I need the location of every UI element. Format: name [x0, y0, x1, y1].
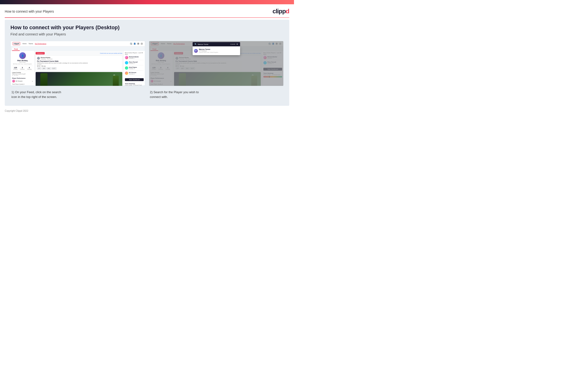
mini-dropdown-avatar: MT [194, 49, 198, 53]
mini-profile-role: Golf Coach [12, 61, 33, 63]
mini-duration-value: 02 hr : 00 min [37, 65, 121, 67]
caption-2: 2) Search for the Player you wish to con… [149, 86, 284, 101]
main-subheading: Find and connect with your Players [10, 32, 284, 36]
header-divider [5, 17, 289, 18]
mini-dropdown-name: Marcus Turner [199, 48, 218, 50]
mini-activity-date: 27 Jul 2022 [12, 75, 33, 76]
mini-followers-num: 3 [20, 66, 25, 69]
mini-player-name-sm: Eli Vincent [16, 80, 31, 82]
mini-user-av [37, 57, 40, 60]
mini-left-panel: 👤 Blair McHarg Golf Coach Mill Ride Golf… [11, 51, 35, 85]
mini-activities-label: Activities [13, 69, 18, 70]
mini-following-num: 4 [27, 66, 32, 69]
mini-nav-teams[interactable]: Teams [28, 43, 33, 45]
mini-quality-label: Total Player Quality ℹ [12, 83, 33, 85]
mini-player-row-4: Eli Vincent Activities: 1 [125, 72, 144, 76]
mini-player-av-1 [125, 56, 128, 59]
page-header: How to connect with your Players clippd [0, 4, 294, 17]
screenshot-1-block: clippd Home Teams My Performance 🔍 👤 ⚙ ○… [10, 41, 145, 101]
mini-dropdown-item[interactable]: MT Marcus Turner 1.5 Handicap Cypress Po… [194, 48, 239, 54]
copyright-text: Copyright Clippd 2022 [0, 108, 294, 115]
mini-following-bar: Following ▾ Control who can see your act… [36, 52, 122, 55]
mini-tag-ott: OTT [37, 67, 41, 70]
mini-player-row-1: Richard Butler Activities: 7 [125, 56, 144, 60]
mini-player-info-2: Piers Parnell Activities: 4 [129, 61, 138, 64]
mini-player-av-4 [125, 72, 128, 75]
main-heading: How to connect with your Players (Deskto… [10, 25, 284, 31]
mini-overlay-search-icon: 🔍 [194, 43, 197, 46]
main-content-area: How to connect with your Players (Deskto… [5, 20, 289, 106]
mini-profile-name: Blair McHarg [12, 60, 33, 61]
mini-following-label: Following [27, 69, 32, 70]
mini-team-dashboard-button[interactable]: Team Dashboard [125, 78, 144, 81]
mini-dropdown-info: Marcus Turner 1.5 Handicap Cypress Point… [199, 48, 218, 53]
mini-stat-following: 4 Following [27, 66, 32, 70]
mini-nav-items-1: Home Teams My Performance [23, 43, 128, 45]
mini-dropdown-club: Cypress Point Club, United Kingdom [199, 52, 218, 53]
mini-profile-club: Mill Ride Golf Club, United Kingdom [12, 63, 33, 65]
mini-user-row: Richard Butler Yesterday · The Grove [37, 57, 121, 60]
mini-search-dropdown: MT Marcus Turner 1.5 Handicap Cypress Po… [193, 46, 240, 55]
mini-player-acts-2: Activities: 4 [129, 63, 138, 64]
mini-logo-1: clippd [13, 42, 20, 45]
mini-nav-1: clippd Home Teams My Performance 🔍 👤 ⚙ ○ [11, 41, 145, 46]
mini-activity-title: Pre Tournament Course Walk [37, 60, 121, 62]
mini-stat-activities: 129 Activities [13, 66, 18, 70]
mini-search-text[interactable]: Marcus Turner [198, 44, 229, 45]
mini-hero-person-1 [40, 73, 47, 86]
mini-tag-arg: ARG [46, 67, 51, 70]
mini-search-bar[interactable]: 🔍 Marcus Turner CLEAR ✕ [193, 42, 240, 46]
mini-activity-desc: Walking the course with my coach to buil… [37, 62, 121, 64]
mini-activities-num: 129 [13, 66, 18, 69]
mini-hero-person-2 [113, 76, 119, 86]
mini-avatar-icon[interactable]: ○ [140, 43, 143, 45]
top-gradient-bar [0, 0, 294, 4]
mini-player-info-4: Eli Vincent Activities: 1 [129, 72, 136, 75]
page-title: How to connect with your Players [5, 9, 54, 13]
mini-center-feed: Following ▾ Control who can see your act… [35, 51, 123, 85]
screenshot-1: clippd Home Teams My Performance 🔍 👤 ⚙ ○… [10, 41, 145, 86]
mini-tag-putt: PUTT [52, 67, 57, 70]
mini-player-acts-1: Activities: 7 [129, 57, 139, 59]
mini-player-select[interactable]: Eli Vincent ▾ [12, 80, 33, 83]
mini-player-info-3: Hiral Pujara Activities: 3 [129, 66, 137, 69]
mini-stats-row: 129 Activities 3 Followers 4 Following [12, 66, 33, 71]
mini-activity-card: Richard Butler Yesterday · The Grove Pre… [36, 55, 122, 71]
mini-feed-tab[interactable]: Feed [12, 48, 20, 51]
mini-close-button[interactable]: ✕ [236, 43, 238, 46]
mini-nav-icons: 🔍 👤 ⚙ ○ [130, 43, 143, 45]
mini-nav-performance[interactable]: My Performance [35, 43, 46, 45]
mini-right-panel: Most Active Players - Last 30 days Richa… [123, 51, 145, 85]
mini-followers-label: Followers [20, 69, 25, 70]
mini-player-row-2: Piers Parnell Activities: 4 [125, 61, 144, 65]
caption-1: 1) On your Feed, click on the search ico… [10, 86, 145, 101]
mini-chevron-down-icon: ▾ [32, 80, 33, 82]
mini-user-subtitle: Yesterday · The Grove [41, 58, 53, 60]
logo-text: clippd [272, 8, 289, 15]
mini-player-avatar [12, 80, 15, 83]
mini-player-acts-4: Activities: 1 [129, 73, 136, 75]
mini-player-perf-header: Player Performance [12, 77, 33, 79]
mini-following-button[interactable]: Following ▾ [36, 52, 45, 55]
mini-profile-img: 👤 [19, 52, 26, 59]
mini-body-1: 👤 Blair McHarg Golf Coach Mill Ride Golf… [11, 51, 145, 85]
mini-clear-button[interactable]: CLEAR [230, 44, 235, 45]
mini-user-icon[interactable]: 👤 [133, 43, 136, 45]
mini-player-info-1: Richard Butler Activities: 7 [129, 56, 139, 59]
mini-stat-followers: 3 Followers [20, 66, 25, 70]
mini-heatmap-sub: Player Quality · 20 Round Trend [125, 84, 144, 86]
mini-tags: OTT APP ARG PUTT [37, 67, 121, 70]
mini-player-acts-3: Activities: 3 [129, 68, 137, 69]
mini-player-av-2 [125, 61, 128, 64]
mini-search-icon[interactable]: 🔍 [130, 43, 132, 45]
mini-most-active-label: Most Active Players - Last 30 days [125, 52, 144, 55]
mini-player-av-3 [125, 66, 128, 70]
screenshot-2: clippd Home Teams My Performance 🔍 👤 ⚙ ○… [149, 41, 284, 86]
mini-tag-app: APP [42, 67, 46, 70]
mini-user-info: Richard Butler Yesterday · The Grove [41, 57, 53, 60]
mini-hero-image [36, 72, 122, 86]
mini-nav-home[interactable]: Home [23, 43, 26, 45]
mini-bell-icon[interactable]: ⚙ [137, 43, 139, 45]
mini-control-link[interactable]: Control who can see your activity and da… [100, 53, 122, 54]
screenshots-row: clippd Home Teams My Performance 🔍 👤 ⚙ ○… [10, 41, 284, 101]
